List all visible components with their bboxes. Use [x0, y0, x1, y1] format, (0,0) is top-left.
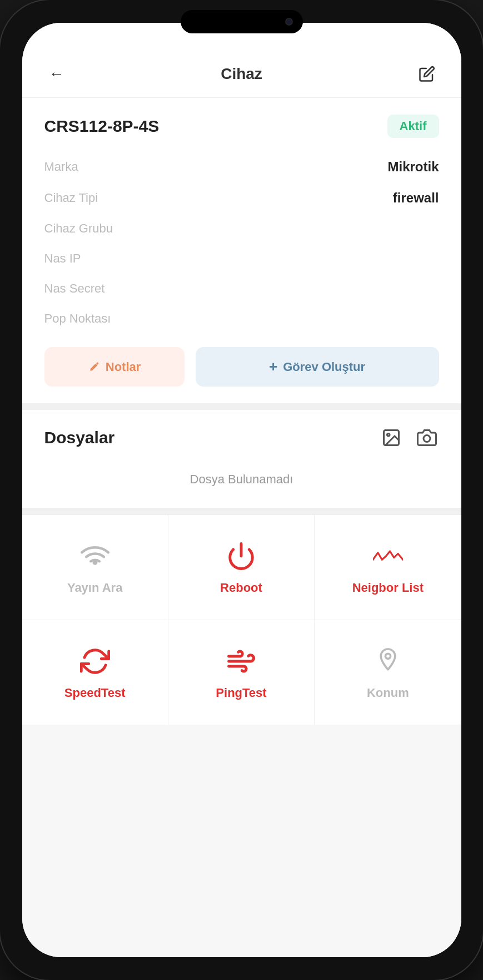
edit-button[interactable] — [415, 62, 439, 86]
plus-icon: + — [269, 358, 277, 375]
dosyalar-icons — [379, 425, 439, 450]
konum-cell[interactable]: Konum — [315, 620, 461, 725]
svg-point-5 — [385, 654, 390, 659]
dynamic-island — [181, 10, 303, 33]
gorev-label: Görev Oluştur — [283, 360, 365, 374]
nas-ip-row: Nas IP — [44, 244, 439, 274]
device-name: CRS112-8P-4S — [44, 117, 160, 136]
section-divider-1 — [22, 403, 461, 410]
cihaz-grubu-row: Cihaz Grubu — [44, 214, 439, 244]
svg-point-3 — [93, 561, 96, 564]
marka-row: Marka Mikrotik — [44, 151, 439, 182]
dosyalar-header: Dosyalar — [44, 425, 439, 450]
svg-point-2 — [424, 435, 430, 442]
pingtest-label: PingTest — [216, 686, 266, 700]
card-header: CRS112-8P-4S Aktif — [44, 115, 439, 138]
nas-ip-label: Nas IP — [44, 251, 81, 266]
nas-secret-row: Nas Secret — [44, 274, 439, 304]
speedtest-cell[interactable]: SpeedTest — [22, 620, 168, 725]
device-card: CRS112-8P-4S Aktif Marka Mikrotik Cihaz … — [22, 98, 461, 403]
reboot-cell[interactable]: Reboot — [168, 515, 315, 620]
yayin-ara-icon — [78, 540, 112, 573]
cihaz-grubu-label: Cihaz Grubu — [44, 221, 113, 236]
speedtest-label: SpeedTest — [64, 686, 126, 700]
gallery-button[interactable] — [379, 425, 404, 450]
reboot-label: Reboot — [220, 581, 262, 595]
marka-label: Marka — [44, 160, 78, 174]
image-icon — [381, 428, 401, 448]
back-button[interactable]: ← — [44, 62, 69, 86]
camera-dot — [285, 18, 293, 26]
status-badge: Aktif — [387, 115, 439, 138]
konum-label: Konum — [367, 686, 409, 700]
notlar-label: Notlar — [106, 360, 141, 374]
no-file-text: Dosya Bulunamadı — [44, 461, 439, 492]
cihaz-tipi-row: Cihaz Tipi firewall — [44, 182, 439, 214]
action-grid: Yayın Ara Reboot — [22, 514, 461, 725]
phone-screen: ← Cihaz CRS112-8P-4S Aktif Marka Mikroti… — [22, 23, 461, 957]
back-arrow-icon: ← — [49, 66, 64, 82]
pencil-icon — [88, 361, 100, 373]
pop-noktasi-label: Pop Noktası — [44, 311, 111, 326]
camera-button[interactable] — [415, 425, 439, 450]
phone-shell: ← Cihaz CRS112-8P-4S Aktif Marka Mikroti… — [0, 0, 483, 980]
nas-secret-label: Nas Secret — [44, 281, 105, 296]
cihaz-tipi-label: Cihaz Tipi — [44, 191, 98, 205]
yayin-ara-label: Yayın Ara — [67, 581, 122, 595]
notlar-button[interactable]: Notlar — [44, 347, 185, 387]
edit-icon — [419, 66, 435, 82]
header: ← Cihaz — [22, 23, 461, 98]
gorev-olustur-button[interactable]: + Görev Oluştur — [196, 347, 439, 387]
location-icon — [376, 646, 400, 676]
konum-icon — [371, 645, 405, 678]
speedtest-icon — [78, 645, 112, 678]
page-title: Cihaz — [69, 65, 415, 83]
neigbor-list-cell[interactable]: Neigbor List — [315, 515, 461, 620]
neigbor-list-label: Neigbor List — [352, 581, 424, 595]
yayin-ara-cell[interactable]: Yayın Ara — [22, 515, 168, 620]
action-buttons: Notlar + Görev Oluştur — [44, 347, 439, 387]
cihaz-tipi-value: firewall — [393, 190, 439, 206]
pingtest-icon — [225, 645, 258, 678]
power-icon — [226, 541, 256, 571]
action-grid-section: Yayın Ara Reboot — [22, 514, 461, 957]
broadcast-icon — [80, 541, 110, 571]
marka-value: Mikrotik — [387, 159, 439, 175]
pop-noktasi-row: Pop Noktası — [44, 304, 439, 334]
reboot-icon — [225, 540, 258, 573]
wind-icon — [226, 646, 256, 676]
svg-point-1 — [387, 434, 390, 437]
pingtest-cell[interactable]: PingTest — [168, 620, 315, 725]
dosyalar-title: Dosyalar — [44, 428, 115, 447]
section-divider-2 — [22, 508, 461, 514]
refresh-icon — [80, 646, 110, 676]
neigbor-list-icon — [371, 540, 405, 573]
camera-icon — [417, 428, 437, 448]
waveform-icon — [373, 548, 403, 565]
dosyalar-section: Dosyalar — [22, 410, 461, 508]
